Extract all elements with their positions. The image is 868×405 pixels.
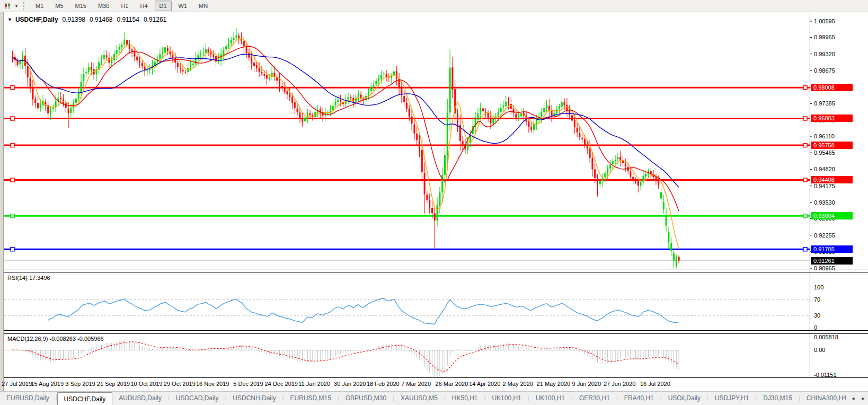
candle [627, 167, 629, 171]
candle [587, 145, 588, 149]
candle [462, 141, 464, 145]
symbol-tab-uk100-h1[interactable]: UK100,H1 [529, 392, 571, 405]
timeframe-button-mn[interactable]: MN [194, 1, 212, 11]
line-handle [803, 248, 807, 251]
candle [119, 47, 120, 49]
candle [451, 67, 453, 90]
rsi-indicator-label: RSI(14) 17.3496 [7, 275, 50, 281]
candle [477, 113, 479, 120]
date-axis-label: 16 Nov 2019 [196, 381, 229, 387]
ohlc-close: 0.91261 [144, 16, 166, 23]
chart-periods-dropdown-caret[interactable]: ▾ [15, 4, 17, 8]
candle [508, 102, 509, 104]
line-handle [11, 248, 14, 251]
candle [429, 200, 430, 208]
candle [304, 118, 306, 121]
symbol-tab-audusd-daily[interactable]: AUDUSD,Daily [112, 392, 168, 405]
chart-menu-caret[interactable]: ▼ [7, 17, 12, 22]
price-axis-tick: 0.98675 [814, 67, 835, 74]
symbol-tab-eurusd-daily[interactable]: EURUSD,Daily [0, 392, 56, 405]
candle [205, 49, 207, 53]
timeframe-button-m15[interactable]: M15 [70, 1, 91, 11]
candle [335, 102, 336, 105]
timeframe-button-w1[interactable]: W1 [174, 1, 192, 11]
timeframe-button-h1[interactable]: H1 [116, 1, 133, 11]
symbol-tab-ger30-h1[interactable]: GER30,H1 [573, 392, 616, 405]
symbol-tab-fra40-h1[interactable]: FRA40,H1 [618, 392, 660, 405]
candle [184, 72, 186, 73]
candle [660, 192, 662, 199]
symbol-tab-uk100-h1[interactable]: UK100,H1 [485, 392, 527, 405]
candle [480, 108, 481, 112]
symbol-tab-bar: EURUSD,Daily|USDCHF,DailyAUDUSD,Daily|US… [0, 391, 868, 405]
candle [622, 161, 624, 163]
candle [609, 165, 611, 169]
symbol-tab-usoil-daily[interactable]: USOil,Daily [662, 392, 707, 405]
candlestick-chart-icon[interactable] [2, 2, 13, 10]
candle [635, 180, 636, 182]
macd-signal-line [13, 342, 679, 372]
timeframe-button-m5[interactable]: M5 [50, 1, 68, 11]
candle [251, 57, 252, 63]
candle [640, 182, 642, 186]
tabs-scroll-left-icon[interactable]: ◂ [852, 395, 855, 402]
symbol-tab-usdcad-daily[interactable]: USDCAD,Daily [170, 392, 225, 405]
candle [419, 141, 420, 149]
candle [200, 54, 201, 55]
candle [589, 148, 591, 158]
rsi-axis-tick: 100 [814, 284, 823, 290]
symbol-tab-dj30-m15[interactable]: DJ30,M15 [757, 392, 799, 405]
timeframe-button-m1[interactable]: M1 [31, 1, 48, 11]
symbol-tab-hk50-h1[interactable]: HK50,H1 [446, 392, 484, 405]
candle [332, 105, 334, 110]
candle [34, 99, 36, 103]
symbol-tab-gbpusd-m30[interactable]: GBPUSD,M30 [339, 392, 393, 405]
candle [190, 65, 191, 68]
symbol-period-label: USDCHF,Daily [15, 16, 58, 23]
candle [123, 40, 125, 45]
candle [340, 100, 341, 101]
candle [139, 60, 140, 63]
candle [279, 80, 280, 86]
symbol-tab-usdchf-daily[interactable]: USDCHF,Daily [57, 392, 113, 405]
candle [141, 63, 143, 67]
candle [299, 112, 300, 118]
symbol-tab-china300-h4[interactable]: CHINA300,H4 [800, 392, 853, 405]
candle [30, 78, 31, 88]
tabs-scroll-right-icon[interactable]: ▸ [862, 395, 865, 402]
timeframe-button-m30[interactable]: M30 [93, 1, 114, 11]
candle [594, 169, 596, 178]
candle [238, 36, 240, 38]
toolbar-grip[interactable] [23, 2, 26, 10]
candle [551, 111, 553, 116]
candle [164, 47, 166, 52]
candle [393, 72, 395, 75]
date-axis-label: 29 Oct 2019 [164, 381, 196, 387]
candle [83, 74, 84, 81]
line-handle [803, 86, 807, 90]
price-axis-tick: 0.93530 [814, 199, 835, 206]
candle [492, 119, 494, 124]
price-axis-tick: 0.94820 [814, 166, 835, 172]
candle [515, 113, 517, 117]
line-handle [11, 144, 14, 147]
ohlc-low: 0.91154 [117, 16, 139, 23]
symbol-tab-usdcnh-daily[interactable]: USDCNH,Daily [226, 392, 282, 405]
date-axis-label: 27 Jul 2019 [2, 381, 32, 387]
date-axis-label: 5 Dec 2019 [233, 381, 263, 387]
date-axis-label: 21 May 2020 [537, 381, 571, 387]
candle [195, 59, 197, 64]
chart-plot-area[interactable] [0, 0, 868, 405]
symbol-tab-eurusd-m15[interactable]: EURUSD,M15 [284, 392, 338, 405]
timeframe-button-d1[interactable]: D1 [155, 1, 172, 11]
candle [581, 138, 583, 139]
candle [22, 56, 23, 62]
price-level-badge: 0.91705 [811, 245, 853, 253]
timeframe-button-h4[interactable]: H4 [135, 1, 152, 11]
candle [12, 56, 13, 57]
symbol-tab-xauusd-m5[interactable]: XAUUSD,M5 [394, 392, 444, 405]
symbol-tab-usdjpy-h1[interactable]: USDJPY,H1 [708, 392, 755, 405]
line-handle [11, 117, 14, 120]
candle [373, 85, 375, 87]
candle [556, 109, 557, 113]
